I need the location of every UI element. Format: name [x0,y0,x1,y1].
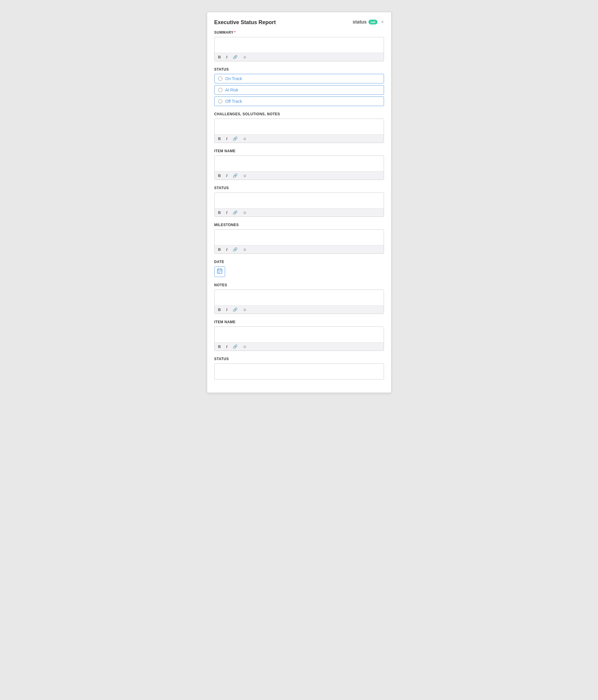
status-2-label: STATUS [214,186,384,190]
summary-toolbar: B I 🔗 ☺ [215,53,384,61]
date-section: DATE [214,260,384,277]
item-name-2-link-button[interactable]: 🔗 [232,344,239,349]
status-label: STATUS [214,67,384,72]
item-name-2-editor: B I 🔗 ☺ [214,326,384,351]
item-name-2-toolbar: B I 🔗 ☺ [215,342,384,351]
item-name-1-input[interactable] [215,156,384,170]
notes-emoji-button[interactable]: ☺ [242,307,248,312]
challenges-input[interactable] [215,119,384,133]
svg-rect-7 [218,272,219,273]
summary-editor: B I 🔗 ☺ [214,37,384,61]
summary-bold-button[interactable]: B [217,54,222,60]
status-2-bold-button[interactable]: B [217,210,222,215]
summary-link-button[interactable]: 🔗 [232,54,239,60]
modal-title: Executive Status Report [214,19,276,26]
item-name-1-label: ITEM NAME [214,149,384,153]
notes-editor: B I 🔗 ☺ [214,290,384,314]
item-name-2-section: ITEM NAME B I 🔗 ☺ [214,320,384,351]
status-2-editor: B I 🔗 ☺ [214,193,384,217]
milestones-bold-button[interactable]: B [217,247,222,252]
milestones-emoji-button[interactable]: ☺ [242,247,248,252]
item-name-1-bold-button[interactable]: B [217,173,222,178]
challenges-bold-button[interactable]: B [217,136,222,142]
item-name-2-input[interactable] [215,327,384,341]
item-name-2-italic-button[interactable]: I [225,344,229,349]
milestones-label: MILESTONES [214,223,384,227]
challenges-italic-button[interactable]: I [225,136,229,142]
notes-italic-button[interactable]: I [225,307,229,312]
summary-italic-button[interactable]: I [225,54,229,60]
item-name-1-emoji-button[interactable]: ☺ [242,173,248,178]
summary-input[interactable] [215,37,384,52]
calendar-icon [217,268,223,275]
notes-input[interactable] [215,290,384,304]
modal-header: Executive Status Report status net × [214,19,384,26]
challenges-editor: B I 🔗 ☺ [214,119,384,143]
challenges-toolbar: B I 🔗 ☺ [215,134,384,143]
summary-label: SUMMARY* [214,30,384,34]
milestones-input[interactable] [215,230,384,244]
status-option-at-risk[interactable]: At Risk [214,85,384,95]
milestones-section: MILESTONES B I 🔗 ☺ [214,223,384,254]
challenges-emoji-button[interactable]: ☺ [242,136,248,142]
status-label-on-track: On Track [225,76,242,81]
date-label: DATE [214,260,384,264]
item-name-1-link-button[interactable]: 🔗 [232,173,239,178]
status-option-on-track[interactable]: On Track [214,74,384,83]
status-option-off-track[interactable]: Off Track [214,97,384,106]
svg-rect-6 [220,271,221,272]
summary-section: SUMMARY* B I 🔗 ☺ [214,30,384,61]
notes-section: NOTES B I 🔗 ☺ [214,283,384,314]
svg-rect-8 [219,272,220,273]
status-3-input[interactable] [215,364,384,378]
item-name-2-bold-button[interactable]: B [217,344,222,349]
challenges-label: CHALLENGES, SOLUTIONS, NOTES [214,112,384,116]
svg-rect-5 [219,271,220,272]
status-2-input[interactable] [215,193,384,207]
status-2-section: STATUS B I 🔗 ☺ [214,186,384,217]
item-name-1-editor: B I 🔗 ☺ [214,155,384,180]
status-2-toolbar: B I 🔗 ☺ [215,208,384,217]
close-button[interactable]: × [379,20,384,24]
required-indicator: * [234,30,236,34]
status-2-link-button[interactable]: 🔗 [232,210,239,215]
milestones-link-button[interactable]: 🔗 [232,247,239,252]
item-name-2-label: ITEM NAME [214,320,384,324]
item-name-1-section: ITEM NAME B I 🔗 ☺ [214,149,384,180]
item-name-2-emoji-button[interactable]: ☺ [242,344,248,349]
notes-bold-button[interactable]: B [217,307,222,312]
status-3-editor [214,364,384,379]
notes-toolbar: B I 🔗 ☺ [215,305,384,314]
status-label-at-risk: At Risk [225,88,238,92]
milestones-editor: B I 🔗 ☺ [214,229,384,254]
svg-rect-4 [218,271,219,272]
status-radio-at-risk[interactable] [218,88,223,92]
status-3-section: STATUS [214,357,384,379]
notes-label: NOTES [214,283,384,287]
challenges-section: CHALLENGES, SOLUTIONS, NOTES B I 🔗 ☺ [214,112,384,143]
challenges-link-button[interactable]: 🔗 [232,136,239,142]
summary-emoji-button[interactable]: ☺ [242,54,248,60]
status-3-label: STATUS [214,357,384,361]
brand-badge: net [368,20,378,24]
status-label-off-track: Off Track [225,99,242,104]
brand-text: status [353,19,367,25]
status-2-emoji-button[interactable]: ☺ [242,210,248,215]
modal-title-group: Executive Status Report [214,19,276,26]
status-radio-on-track[interactable] [218,77,223,81]
brand-area: status net × [353,19,384,25]
status-2-italic-button[interactable]: I [225,210,229,215]
status-options-group: On Track At Risk Off Track [214,74,384,106]
item-name-1-toolbar: B I 🔗 ☺ [215,171,384,180]
milestones-toolbar: B I 🔗 ☺ [215,245,384,253]
executive-status-report-modal: Executive Status Report status net × SUM… [207,12,391,393]
status-section: STATUS On Track At Risk Off Track [214,67,384,106]
item-name-1-italic-button[interactable]: I [225,173,229,178]
milestones-italic-button[interactable]: I [225,247,229,252]
status-radio-off-track[interactable] [218,99,223,103]
date-picker-button[interactable] [214,266,225,277]
notes-link-button[interactable]: 🔗 [232,307,239,312]
